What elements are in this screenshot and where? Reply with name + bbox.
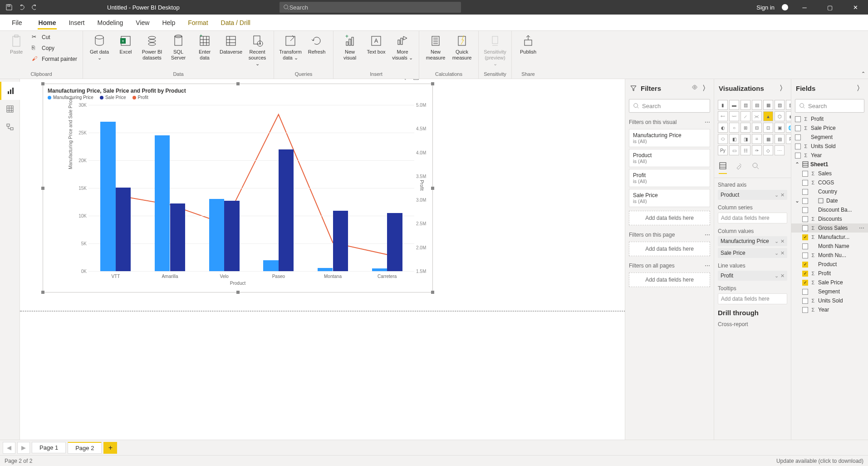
field-item[interactable]: ⌄Date [791, 196, 868, 205]
recent-sources-button[interactable]: Recent sources ⌄ [245, 33, 269, 68]
field-item[interactable]: Country [791, 187, 868, 196]
well-line-value-profit[interactable]: Profit⌄✕ [718, 271, 787, 281]
filter-card[interactable]: Manufacturing Priceis (All) [629, 129, 710, 147]
viz-type-icon[interactable]: ▣ [775, 123, 785, 133]
signin-link[interactable]: Sign in [756, 4, 775, 11]
transform-data-button[interactable]: Transform data ⌄ [279, 33, 302, 62]
table-sheet1[interactable]: ⌃ Sheet1 [791, 160, 868, 169]
field-item[interactable]: ΣSale Price [791, 124, 868, 133]
undo-icon[interactable] [18, 4, 25, 11]
field-item[interactable]: Segment [791, 287, 868, 296]
viz-type-icon[interactable]: ⟋ [740, 111, 750, 121]
viz-type-icon[interactable]: ⌗ [752, 134, 762, 144]
tab-view[interactable]: View [135, 16, 150, 29]
cut-button[interactable]: ✂Cut [31, 33, 78, 42]
new-measure-button[interactable]: New measure [424, 33, 447, 62]
viz-type-icon[interactable]: ▤ [752, 100, 762, 110]
viz-type-icon[interactable]: ◧ [729, 134, 739, 144]
filter-card[interactable]: Productis (All) [629, 149, 710, 167]
remove-field-icon[interactable]: ✕ [780, 192, 785, 198]
viz-type-icon[interactable]: ▦ [763, 100, 773, 110]
add-all-filter[interactable]: Add data fields here [629, 273, 710, 287]
global-search[interactable]: Search [280, 2, 461, 13]
field-item[interactable]: ΣDiscounts [791, 214, 868, 223]
excel-button[interactable]: XExcel [114, 33, 137, 56]
add-visual-filter[interactable]: Add data fields here [629, 211, 710, 225]
viz-type-icon[interactable]: ☷ [740, 145, 750, 155]
field-item[interactable]: ΣSales [791, 169, 868, 178]
visual-more-icon[interactable]: ⋯ [424, 79, 430, 82]
data-view-icon[interactable] [0, 100, 20, 118]
viz-type-icon[interactable]: Py [718, 145, 728, 155]
viz-type-icon[interactable]: ▤ [775, 134, 785, 144]
more-visuals-button[interactable]: More visuals ⌄ [391, 33, 414, 62]
well-shared-axis[interactable]: Product⌄✕ [718, 190, 787, 200]
copy-button[interactable]: ⎘Copy [31, 44, 78, 53]
collapse-viz-icon[interactable]: 〉 [780, 84, 786, 93]
viz-type-icon[interactable]: ◐ [718, 123, 728, 133]
chevron-down-icon[interactable]: ⌄ [775, 273, 779, 279]
tab-help[interactable]: Help [161, 16, 176, 29]
viz-type-icon[interactable]: ◨ [740, 134, 750, 144]
viz-type-icon[interactable]: ⊟ [752, 123, 762, 133]
expand-icon[interactable]: ⌄ [795, 198, 799, 204]
publish-button[interactable]: Publish [516, 33, 540, 56]
field-item[interactable]: ΣProfit [791, 114, 868, 124]
viz-type-icon[interactable]: ⊞ [740, 123, 750, 133]
well-column-series[interactable]: Add data fields here [718, 213, 787, 223]
field-item[interactable]: Discount Ba... [791, 205, 868, 214]
report-view-icon[interactable] [0, 82, 20, 100]
enter-data-button[interactable]: +Enter data [193, 33, 216, 62]
well-column-value-sale[interactable]: Sale Price⌄✕ [718, 248, 787, 258]
chevron-down-icon[interactable]: ⌄ [775, 238, 779, 244]
viz-type-icon[interactable]: ▬ [729, 100, 739, 110]
tab-modeling[interactable]: Modeling [96, 16, 124, 29]
filter-section-more-icon[interactable]: ⋯ [705, 119, 710, 125]
field-item[interactable]: ✓ΣProfit [791, 269, 868, 278]
viz-type-icon[interactable]: ○ [729, 123, 739, 133]
field-item[interactable]: ΣYear [791, 305, 868, 314]
model-view-icon[interactable] [0, 118, 20, 136]
chevron-down-icon[interactable]: ⌄ [775, 250, 779, 256]
well-tooltips[interactable]: Add data fields here [718, 293, 787, 304]
refresh-button[interactable]: Refresh [305, 33, 329, 56]
field-item[interactable]: ΣGross Sales⋯ [791, 223, 868, 233]
get-data-button[interactable]: Get data ⌄ [88, 33, 111, 62]
field-item[interactable]: ΣUnits Sold [791, 296, 868, 305]
save-icon[interactable] [5, 4, 13, 11]
page-tab-2[interactable]: Page 2 [68, 442, 102, 454]
viz-type-icon[interactable]: 🌐 [786, 123, 791, 133]
paste-button[interactable]: Paste [5, 33, 28, 56]
filter-card[interactable]: Profitis (All) [629, 169, 710, 187]
sql-server-button[interactable]: SQL Server [167, 33, 190, 62]
filter-section-more-icon[interactable]: ⋯ [705, 232, 710, 238]
chevron-down-icon[interactable]: ⌄ [775, 192, 779, 198]
viz-type-icon[interactable]: ⬭ [718, 134, 728, 144]
remove-field-icon[interactable]: ✕ [780, 250, 785, 256]
field-item[interactable]: Month Name [791, 242, 868, 251]
tab-file[interactable]: File [7, 16, 27, 29]
page-prev-icon[interactable]: ◀ [3, 442, 15, 454]
pbi-datasets-button[interactable]: Power BI datasets [140, 33, 164, 62]
field-item[interactable]: ΣYear [791, 151, 868, 160]
visual-filter-icon[interactable] [402, 79, 408, 82]
viz-type-icon[interactable]: ⬳ [718, 111, 728, 121]
add-page-filter[interactable]: Add data fields here [629, 242, 710, 256]
viz-type-icon[interactable]: ▨ [786, 100, 791, 110]
viz-type-icon[interactable]: ⊡ [763, 123, 773, 133]
fields-tab-icon[interactable] [719, 162, 727, 174]
well-column-value-mfg[interactable]: Manufacturing Price⌄✕ [718, 236, 787, 246]
show-filters-icon[interactable] [691, 84, 698, 93]
field-item[interactable]: ✓Product [791, 260, 868, 269]
visual-focus-icon[interactable] [413, 79, 419, 82]
filter-section-more-icon[interactable]: ⋯ [705, 263, 710, 269]
field-item[interactable]: ✓ΣManufactur... [791, 233, 868, 242]
quick-measure-button[interactable]: Quick measure [450, 33, 474, 62]
viz-type-icon[interactable]: ✑ [752, 145, 762, 155]
dataverse-button[interactable]: Dataverse [219, 33, 243, 56]
format-tab-icon[interactable] [735, 162, 743, 174]
fields-search[interactable]: Search [795, 99, 864, 113]
remove-field-icon[interactable]: ✕ [780, 273, 785, 279]
page-tab-1[interactable]: Page 1 [32, 442, 66, 453]
field-item[interactable]: ΣUnits Sold [791, 142, 868, 151]
